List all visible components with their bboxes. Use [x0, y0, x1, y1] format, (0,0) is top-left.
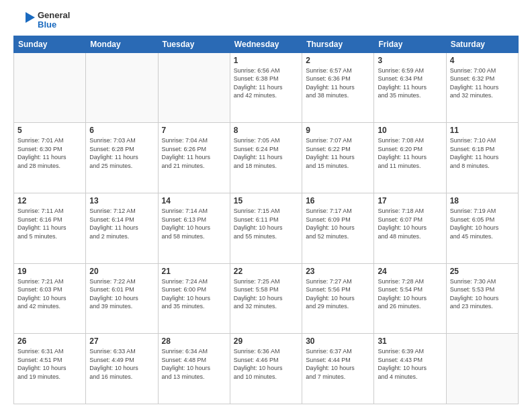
day-number: 8	[234, 126, 298, 135]
calendar-cell: 7Sunrise: 7:04 AM Sunset: 6:26 PM Daylig…	[158, 123, 230, 193]
day-number: 12	[17, 196, 82, 205]
day-info: Sunrise: 7:11 AM Sunset: 6:16 PM Dayligh…	[17, 207, 82, 240]
day-number: 11	[450, 126, 515, 135]
calendar-cell: 8Sunrise: 7:05 AM Sunset: 6:24 PM Daylig…	[230, 123, 302, 193]
calendar-cell: 28Sunrise: 6:34 AM Sunset: 4:48 PM Dayli…	[158, 334, 230, 404]
day-number: 31	[378, 336, 442, 346]
day-info: Sunrise: 6:56 AM Sunset: 6:38 PM Dayligh…	[234, 66, 298, 100]
day-number: 18	[450, 196, 515, 205]
day-info: Sunrise: 6:37 AM Sunset: 4:44 PM Dayligh…	[306, 347, 370, 381]
calendar-cell: 1Sunrise: 6:56 AM Sunset: 6:38 PM Daylig…	[230, 52, 302, 123]
day-info: Sunrise: 6:31 AM Sunset: 4:51 PM Dayligh…	[17, 347, 82, 381]
weekday-header-saturday: Saturday	[446, 36, 518, 52]
day-number: 7	[162, 126, 226, 135]
calendar-cell: 11Sunrise: 7:10 AM Sunset: 6:18 PM Dayli…	[446, 123, 518, 193]
day-info: Sunrise: 7:10 AM Sunset: 6:18 PM Dayligh…	[450, 136, 515, 170]
day-info: Sunrise: 7:07 AM Sunset: 6:22 PM Dayligh…	[306, 136, 370, 170]
day-info: Sunrise: 7:21 AM Sunset: 6:03 PM Dayligh…	[17, 277, 82, 311]
day-info: Sunrise: 7:25 AM Sunset: 5:58 PM Dayligh…	[234, 277, 298, 311]
calendar-cell: 25Sunrise: 7:30 AM Sunset: 5:53 PM Dayli…	[446, 263, 518, 334]
day-info: Sunrise: 7:12 AM Sunset: 6:14 PM Dayligh…	[89, 207, 154, 240]
day-info: Sunrise: 7:15 AM Sunset: 6:11 PM Dayligh…	[234, 207, 298, 240]
calendar-cell: 16Sunrise: 7:17 AM Sunset: 6:09 PM Dayli…	[302, 193, 374, 263]
day-number: 17	[378, 196, 442, 205]
calendar-cell: 5Sunrise: 7:01 AM Sunset: 6:30 PM Daylig…	[14, 123, 86, 193]
calendar-cell: 2Sunrise: 6:57 AM Sunset: 6:36 PM Daylig…	[302, 52, 374, 123]
day-number: 1	[234, 56, 298, 65]
day-info: Sunrise: 7:14 AM Sunset: 6:13 PM Dayligh…	[162, 207, 226, 240]
day-info: Sunrise: 7:01 AM Sunset: 6:30 PM Dayligh…	[17, 136, 82, 170]
week-row-3: 12Sunrise: 7:11 AM Sunset: 6:16 PM Dayli…	[14, 193, 519, 263]
day-info: Sunrise: 7:05 AM Sunset: 6:24 PM Dayligh…	[234, 136, 298, 170]
calendar-cell: 15Sunrise: 7:15 AM Sunset: 6:11 PM Dayli…	[230, 193, 302, 263]
day-number: 28	[162, 336, 226, 346]
day-info: Sunrise: 7:00 AM Sunset: 6:32 PM Dayligh…	[450, 66, 515, 100]
day-info: Sunrise: 7:27 AM Sunset: 5:56 PM Dayligh…	[306, 277, 370, 311]
day-info: Sunrise: 7:18 AM Sunset: 6:07 PM Dayligh…	[378, 207, 442, 240]
day-number: 24	[378, 267, 442, 276]
calendar-cell: 14Sunrise: 7:14 AM Sunset: 6:13 PM Dayli…	[158, 193, 230, 263]
day-number: 5	[17, 126, 82, 135]
day-info: Sunrise: 6:59 AM Sunset: 6:34 PM Dayligh…	[378, 66, 442, 100]
calendar-cell: 17Sunrise: 7:18 AM Sunset: 6:07 PM Dayli…	[374, 193, 446, 263]
day-info: Sunrise: 6:39 AM Sunset: 4:43 PM Dayligh…	[378, 347, 442, 381]
calendar-cell: 23Sunrise: 7:27 AM Sunset: 5:56 PM Dayli…	[302, 263, 374, 334]
calendar-cell: 31Sunrise: 6:39 AM Sunset: 4:43 PM Dayli…	[374, 334, 446, 404]
calendar-cell: 13Sunrise: 7:12 AM Sunset: 6:14 PM Dayli…	[86, 193, 158, 263]
day-info: Sunrise: 7:22 AM Sunset: 6:01 PM Dayligh…	[89, 277, 154, 311]
calendar-cell: 6Sunrise: 7:03 AM Sunset: 6:28 PM Daylig…	[86, 123, 158, 193]
weekday-header-wednesday: Wednesday	[230, 36, 302, 52]
logo-general-text: General	[38, 11, 70, 20]
day-info: Sunrise: 6:36 AM Sunset: 4:46 PM Dayligh…	[234, 347, 298, 381]
calendar-cell	[446, 334, 518, 404]
day-info: Sunrise: 6:34 AM Sunset: 4:48 PM Dayligh…	[162, 347, 226, 381]
day-info: Sunrise: 7:24 AM Sunset: 6:00 PM Dayligh…	[162, 277, 226, 311]
day-info: Sunrise: 7:04 AM Sunset: 6:26 PM Dayligh…	[162, 136, 226, 170]
day-info: Sunrise: 7:30 AM Sunset: 5:53 PM Dayligh…	[450, 277, 515, 311]
day-number: 16	[306, 196, 370, 205]
weekday-header-friday: Friday	[374, 36, 446, 52]
day-number: 19	[17, 267, 82, 276]
logo-blue-text: Blue	[38, 20, 70, 30]
calendar-cell	[14, 52, 86, 123]
day-number: 25	[450, 267, 515, 276]
logo-icon	[13, 11, 35, 30]
calendar-cell: 22Sunrise: 7:25 AM Sunset: 5:58 PM Dayli…	[230, 263, 302, 334]
day-number: 6	[89, 126, 154, 135]
calendar-cell: 20Sunrise: 7:22 AM Sunset: 6:01 PM Dayli…	[86, 263, 158, 334]
calendar-cell: 27Sunrise: 6:33 AM Sunset: 4:49 PM Dayli…	[86, 334, 158, 404]
calendar-cell	[86, 52, 158, 123]
day-number: 29	[234, 336, 298, 346]
page: GeneralBlue SundayMondayTuesdayWednesday…	[0, 0, 532, 411]
day-number: 27	[89, 336, 154, 346]
calendar-cell: 29Sunrise: 6:36 AM Sunset: 4:46 PM Dayli…	[230, 334, 302, 404]
week-row-1: 1Sunrise: 6:56 AM Sunset: 6:38 PM Daylig…	[14, 52, 519, 123]
calendar-cell: 10Sunrise: 7:08 AM Sunset: 6:20 PM Dayli…	[374, 123, 446, 193]
logo: GeneralBlue	[13, 11, 70, 30]
day-number: 30	[306, 336, 370, 346]
calendar-cell	[158, 52, 230, 123]
day-number: 10	[378, 126, 442, 135]
day-number: 26	[17, 336, 82, 346]
day-info: Sunrise: 6:57 AM Sunset: 6:36 PM Dayligh…	[306, 66, 370, 100]
day-number: 9	[306, 126, 370, 135]
day-number: 21	[162, 267, 226, 276]
day-number: 14	[162, 196, 226, 205]
calendar-cell: 30Sunrise: 6:37 AM Sunset: 4:44 PM Dayli…	[302, 334, 374, 404]
calendar-table: SundayMondayTuesdayWednesdayThursdayFrid…	[13, 36, 519, 404]
week-row-4: 19Sunrise: 7:21 AM Sunset: 6:03 PM Dayli…	[14, 263, 519, 334]
weekday-header-row: SundayMondayTuesdayWednesdayThursdayFrid…	[14, 36, 519, 52]
day-info: Sunrise: 6:33 AM Sunset: 4:49 PM Dayligh…	[89, 347, 154, 381]
calendar-cell: 19Sunrise: 7:21 AM Sunset: 6:03 PM Dayli…	[14, 263, 86, 334]
calendar-cell: 26Sunrise: 6:31 AM Sunset: 4:51 PM Dayli…	[14, 334, 86, 404]
calendar: SundayMondayTuesdayWednesdayThursdayFrid…	[13, 36, 519, 404]
day-number: 22	[234, 267, 298, 276]
day-info: Sunrise: 7:28 AM Sunset: 5:54 PM Dayligh…	[378, 277, 442, 311]
weekday-header-thursday: Thursday	[302, 36, 374, 52]
day-number: 4	[450, 56, 515, 65]
day-number: 23	[306, 267, 370, 276]
calendar-cell: 21Sunrise: 7:24 AM Sunset: 6:00 PM Dayli…	[158, 263, 230, 334]
day-info: Sunrise: 7:03 AM Sunset: 6:28 PM Dayligh…	[89, 136, 154, 170]
weekday-header-tuesday: Tuesday	[158, 36, 230, 52]
week-row-2: 5Sunrise: 7:01 AM Sunset: 6:30 PM Daylig…	[14, 123, 519, 193]
